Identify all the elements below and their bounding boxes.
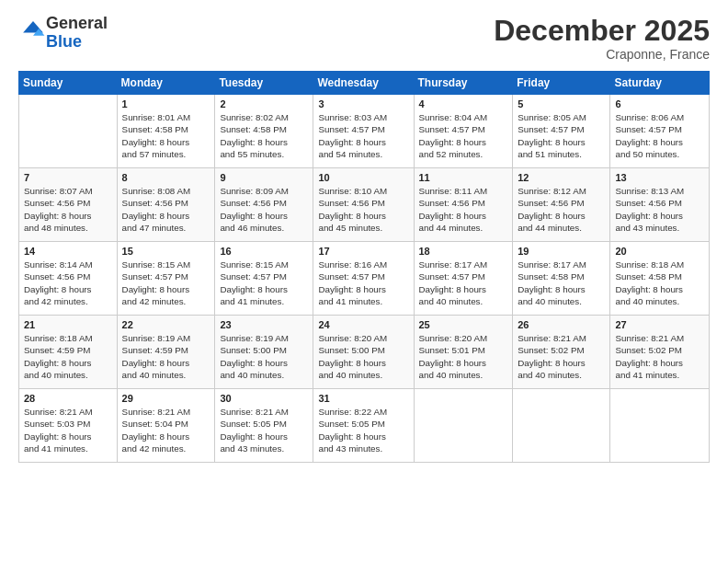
calendar-cell bbox=[414, 389, 513, 463]
calendar-cell: 17Sunrise: 8:16 AMSunset: 4:57 PMDayligh… bbox=[313, 242, 414, 316]
day-number: 13 bbox=[615, 172, 704, 183]
day-info: Sunrise: 8:19 AMSunset: 4:59 PMDaylight:… bbox=[122, 332, 210, 381]
day-info: Sunrise: 8:12 AMSunset: 4:56 PMDaylight:… bbox=[518, 185, 605, 234]
calendar-cell: 9Sunrise: 8:09 AMSunset: 4:56 PMDaylight… bbox=[215, 168, 313, 242]
day-number: 11 bbox=[419, 172, 508, 183]
day-number: 28 bbox=[24, 393, 112, 404]
day-number: 24 bbox=[318, 319, 408, 330]
calendar-cell: 18Sunrise: 8:17 AMSunset: 4:57 PMDayligh… bbox=[414, 242, 513, 316]
calendar-cell: 22Sunrise: 8:19 AMSunset: 4:59 PMDayligh… bbox=[117, 316, 215, 389]
calendar-cell: 1Sunrise: 8:01 AMSunset: 4:58 PMDaylight… bbox=[117, 95, 215, 168]
calendar-cell: 19Sunrise: 8:17 AMSunset: 4:58 PMDayligh… bbox=[513, 242, 610, 316]
day-number: 8 bbox=[122, 172, 210, 183]
logo-blue-text: Blue bbox=[46, 32, 82, 51]
day-info: Sunrise: 8:17 AMSunset: 4:58 PMDaylight:… bbox=[518, 259, 605, 307]
calendar-cell: 2Sunrise: 8:02 AMSunset: 4:58 PMDaylight… bbox=[215, 95, 313, 168]
calendar-cell: 31Sunrise: 8:22 AMSunset: 5:05 PMDayligh… bbox=[313, 389, 414, 463]
calendar-cell: 16Sunrise: 8:15 AMSunset: 4:57 PMDayligh… bbox=[215, 242, 313, 316]
day-info: Sunrise: 8:06 AMSunset: 4:57 PMDaylight:… bbox=[615, 111, 704, 160]
calendar-cell: 28Sunrise: 8:21 AMSunset: 5:03 PMDayligh… bbox=[19, 389, 118, 463]
day-number: 12 bbox=[518, 172, 605, 183]
day-number: 31 bbox=[318, 393, 408, 404]
calendar-week-row: 1Sunrise: 8:01 AMSunset: 4:58 PMDaylight… bbox=[19, 95, 710, 168]
day-info: Sunrise: 8:21 AMSunset: 5:02 PMDaylight:… bbox=[518, 332, 605, 381]
calendar-header-monday: Monday bbox=[117, 72, 215, 95]
day-info: Sunrise: 8:21 AMSunset: 5:04 PMDaylight:… bbox=[122, 406, 210, 454]
day-info: Sunrise: 8:21 AMSunset: 5:02 PMDaylight:… bbox=[615, 332, 704, 381]
day-number: 5 bbox=[518, 98, 605, 109]
day-info: Sunrise: 8:07 AMSunset: 4:56 PMDaylight:… bbox=[24, 185, 112, 234]
day-number: 15 bbox=[122, 246, 210, 257]
calendar-cell bbox=[610, 389, 710, 463]
day-info: Sunrise: 8:21 AMSunset: 5:05 PMDaylight:… bbox=[220, 406, 308, 454]
calendar-cell: 27Sunrise: 8:21 AMSunset: 5:02 PMDayligh… bbox=[610, 316, 710, 389]
calendar-cell: 3Sunrise: 8:03 AMSunset: 4:57 PMDaylight… bbox=[313, 95, 414, 168]
location: Craponne, France bbox=[494, 47, 710, 62]
calendar-header-tuesday: Tuesday bbox=[215, 72, 313, 95]
day-info: Sunrise: 8:03 AMSunset: 4:57 PMDaylight:… bbox=[318, 111, 408, 160]
day-info: Sunrise: 8:15 AMSunset: 4:57 PMDaylight:… bbox=[122, 259, 210, 307]
calendar-week-row: 21Sunrise: 8:18 AMSunset: 4:59 PMDayligh… bbox=[19, 316, 710, 389]
day-info: Sunrise: 8:18 AMSunset: 4:58 PMDaylight:… bbox=[615, 259, 704, 307]
calendar-header-saturday: Saturday bbox=[610, 72, 710, 95]
day-number: 10 bbox=[318, 172, 408, 183]
month-title: December 2025 bbox=[494, 15, 710, 47]
calendar-cell: 4Sunrise: 8:04 AMSunset: 4:57 PMDaylight… bbox=[414, 95, 513, 168]
day-number: 21 bbox=[24, 319, 112, 330]
day-number: 1 bbox=[122, 98, 210, 109]
day-number: 18 bbox=[419, 246, 508, 257]
day-info: Sunrise: 8:22 AMSunset: 5:05 PMDaylight:… bbox=[318, 406, 408, 454]
calendar-header-sunday: Sunday bbox=[19, 72, 118, 95]
day-number: 16 bbox=[220, 246, 308, 257]
day-number: 29 bbox=[122, 393, 210, 404]
calendar-cell: 7Sunrise: 8:07 AMSunset: 4:56 PMDaylight… bbox=[19, 168, 118, 242]
day-number: 22 bbox=[122, 319, 210, 330]
calendar-header-friday: Friday bbox=[513, 72, 610, 95]
day-number: 2 bbox=[220, 98, 308, 109]
logo-general-text: General bbox=[46, 14, 108, 32]
day-info: Sunrise: 8:01 AMSunset: 4:58 PMDaylight:… bbox=[122, 111, 210, 160]
day-number: 3 bbox=[318, 98, 408, 109]
day-info: Sunrise: 8:16 AMSunset: 4:57 PMDaylight:… bbox=[318, 259, 408, 307]
logo-icon bbox=[20, 18, 46, 44]
day-info: Sunrise: 8:17 AMSunset: 4:57 PMDaylight:… bbox=[419, 259, 508, 307]
day-info: Sunrise: 8:10 AMSunset: 4:56 PMDaylight:… bbox=[318, 185, 408, 234]
day-number: 6 bbox=[615, 98, 704, 109]
day-info: Sunrise: 8:11 AMSunset: 4:56 PMDaylight:… bbox=[419, 185, 508, 234]
day-number: 17 bbox=[318, 246, 408, 257]
day-info: Sunrise: 8:20 AMSunset: 5:00 PMDaylight:… bbox=[318, 332, 408, 381]
title-block: December 2025 Craponne, France bbox=[494, 15, 710, 62]
day-number: 30 bbox=[220, 393, 308, 404]
day-number: 19 bbox=[518, 246, 605, 257]
day-info: Sunrise: 8:09 AMSunset: 4:56 PMDaylight:… bbox=[220, 185, 308, 234]
calendar-cell: 6Sunrise: 8:06 AMSunset: 4:57 PMDaylight… bbox=[610, 95, 710, 168]
header: General Blue December 2025 Craponne, Fra… bbox=[18, 15, 710, 62]
day-number: 27 bbox=[615, 319, 704, 330]
page: General Blue December 2025 Craponne, Fra… bbox=[0, 0, 728, 563]
calendar-header-thursday: Thursday bbox=[414, 72, 513, 95]
calendar-cell: 23Sunrise: 8:19 AMSunset: 5:00 PMDayligh… bbox=[215, 316, 313, 389]
calendar-cell: 10Sunrise: 8:10 AMSunset: 4:56 PMDayligh… bbox=[313, 168, 414, 242]
day-info: Sunrise: 8:18 AMSunset: 4:59 PMDaylight:… bbox=[24, 332, 112, 381]
day-info: Sunrise: 8:14 AMSunset: 4:56 PMDaylight:… bbox=[24, 259, 112, 307]
day-number: 25 bbox=[419, 319, 508, 330]
calendar-cell: 12Sunrise: 8:12 AMSunset: 4:56 PMDayligh… bbox=[513, 168, 610, 242]
calendar-week-row: 7Sunrise: 8:07 AMSunset: 4:56 PMDaylight… bbox=[19, 168, 710, 242]
day-info: Sunrise: 8:04 AMSunset: 4:57 PMDaylight:… bbox=[419, 111, 508, 160]
day-info: Sunrise: 8:02 AMSunset: 4:58 PMDaylight:… bbox=[220, 111, 308, 160]
calendar-cell bbox=[513, 389, 610, 463]
day-info: Sunrise: 8:20 AMSunset: 5:01 PMDaylight:… bbox=[419, 332, 508, 381]
day-number: 9 bbox=[220, 172, 308, 183]
day-number: 26 bbox=[518, 319, 605, 330]
calendar-cell: 15Sunrise: 8:15 AMSunset: 4:57 PMDayligh… bbox=[117, 242, 215, 316]
calendar-cell: 11Sunrise: 8:11 AMSunset: 4:56 PMDayligh… bbox=[414, 168, 513, 242]
day-info: Sunrise: 8:15 AMSunset: 4:57 PMDaylight:… bbox=[220, 259, 308, 307]
calendar-cell: 24Sunrise: 8:20 AMSunset: 5:00 PMDayligh… bbox=[313, 316, 414, 389]
calendar-header-row: SundayMondayTuesdayWednesdayThursdayFrid… bbox=[19, 72, 710, 95]
calendar-header-wednesday: Wednesday bbox=[313, 72, 414, 95]
day-number: 4 bbox=[419, 98, 508, 109]
day-info: Sunrise: 8:21 AMSunset: 5:03 PMDaylight:… bbox=[24, 406, 112, 454]
calendar-cell: 25Sunrise: 8:20 AMSunset: 5:01 PMDayligh… bbox=[414, 316, 513, 389]
calendar-week-row: 28Sunrise: 8:21 AMSunset: 5:03 PMDayligh… bbox=[19, 389, 710, 463]
calendar-cell: 13Sunrise: 8:13 AMSunset: 4:56 PMDayligh… bbox=[610, 168, 710, 242]
